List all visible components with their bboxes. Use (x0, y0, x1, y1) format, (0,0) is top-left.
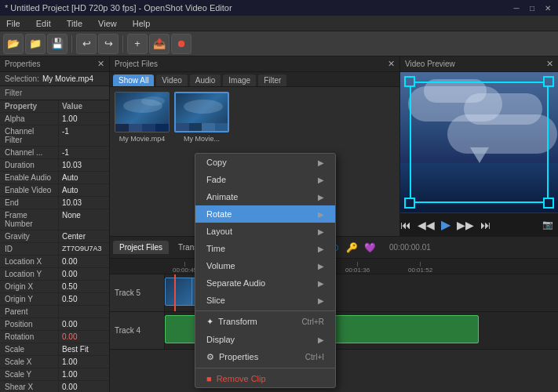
ctx-remove-clip-label: ■Remove Clip (206, 374, 266, 383)
menu-file[interactable]: File (3, 17, 24, 30)
thumb-cloud-2 (141, 96, 165, 106)
prop-name-frame-number: Frame Number (0, 209, 59, 230)
prop-val-enable-video: Auto (59, 184, 109, 196)
ctx-properties-shortcut: Ctrl+I (305, 353, 324, 361)
menu-help[interactable]: Help (129, 17, 154, 30)
ctx-animate[interactable]: Animate ▶ (195, 188, 335, 205)
ctx-time[interactable]: Time ▶ (195, 240, 335, 257)
thumb-stripe-1 (115, 124, 169, 132)
context-menu: Copy ▶ Fade ▶ Animate ▶ Rotate ▶ Layout … (195, 153, 336, 388)
thumb-cloud-3 (184, 100, 223, 114)
ctx-properties[interactable]: ⚙Properties Ctrl+I (195, 348, 335, 366)
snapshot-button[interactable]: 📷 (542, 220, 553, 230)
prop-row-frame-number: Frame Number None (0, 209, 109, 230)
ctx-display[interactable]: Display ▶ (195, 331, 335, 348)
prop-name-position: Position (0, 318, 59, 330)
project-files-header: Project Files ✕ (110, 56, 399, 72)
ctx-time-label: Time (206, 244, 225, 253)
prop-val-shear-x: 0.00 (59, 381, 109, 392)
undo-button[interactable]: ↩ (76, 34, 97, 54)
menu-view[interactable]: View (95, 17, 120, 30)
ctx-separate-audio[interactable]: Separate Audio ▶ (195, 274, 335, 292)
maximize-button[interactable]: □ (527, 2, 538, 13)
prop-row-location-y: Location Y 0.00 (0, 268, 109, 281)
prop-name-shear-x: Shear X (0, 381, 59, 392)
water-layer (400, 163, 558, 212)
ctx-transform[interactable]: ✦Transform Ctrl+R (195, 313, 335, 331)
ctx-remove-clip[interactable]: ■Remove Clip (195, 370, 335, 387)
remove-icon: ■ (206, 374, 212, 383)
project-files-title: Project Files (115, 60, 158, 68)
redo-button[interactable]: ↪ (98, 34, 119, 54)
prop-row-position: Position 0.00 (0, 318, 109, 331)
ctx-copy-arrow: ▶ (318, 158, 324, 167)
stripe-5 (176, 123, 189, 131)
selection-row: Selection: My Movie.mp4 (0, 72, 109, 86)
save-button[interactable]: 💾 (47, 34, 67, 54)
ctx-copy[interactable]: Copy ▶ (195, 154, 335, 171)
tl-btn-magenta[interactable]: 💜 (363, 240, 378, 256)
transform-icon: ✦ (206, 317, 213, 326)
ctx-animate-label: Animate (206, 192, 238, 201)
properties-header: Properties ✕ (0, 56, 109, 72)
forward-fast-button[interactable]: ⏭ (480, 219, 491, 231)
ctx-fade[interactable]: Fade ▶ (195, 171, 335, 188)
ctx-animate-arrow: ▶ (318, 193, 324, 201)
forward-button[interactable]: ▶▶ (457, 219, 474, 231)
ctx-separate-audio-arrow: ▶ (318, 279, 324, 288)
prop-row-channel: Channel ... -1 (0, 147, 109, 159)
prop-val-scale-y: 1.00 (59, 368, 109, 380)
ctx-time-arrow: ▶ (318, 245, 324, 253)
file-thumb-2[interactable]: My Movie... (174, 92, 229, 143)
tab-filter[interactable]: Filter (258, 74, 286, 86)
tab-video[interactable]: Video (156, 74, 187, 86)
stripe-4 (155, 124, 169, 132)
play-button[interactable]: ▶ (441, 217, 450, 232)
tab-project-files[interactable]: Project Files (113, 241, 169, 254)
prop-name-scale-y: Scale Y (0, 368, 59, 380)
prop-row-origin-y: Origin Y 0.50 (0, 293, 109, 306)
new-button[interactable]: 📂 (3, 34, 24, 54)
record-button[interactable]: ⏺ (171, 34, 191, 54)
menu-title[interactable]: Title (64, 17, 86, 30)
stripe-8 (215, 123, 228, 131)
import-button[interactable]: 📤 (149, 34, 170, 54)
cyan-corner-bl (404, 198, 415, 209)
close-button[interactable]: ✕ (542, 2, 553, 13)
project-files-close[interactable]: ✕ (388, 59, 395, 69)
rewind-button[interactable]: ◀◀ (418, 219, 435, 231)
ctx-rotate[interactable]: Rotate ▶ (195, 205, 335, 223)
ctx-layout[interactable]: Layout ▶ (195, 223, 335, 240)
playhead (174, 274, 176, 311)
video-preview-close[interactable]: ✕ (546, 59, 553, 69)
ctx-slice[interactable]: Slice ▶ (195, 292, 335, 309)
properties-table: Property Value Alpha 1.00 Channel Filter… (0, 100, 109, 392)
properties-close[interactable]: ✕ (97, 59, 104, 69)
menu-edit[interactable]: Edit (33, 17, 54, 30)
open-button[interactable]: 📁 (25, 34, 46, 54)
track-label-5: Track 5 (110, 274, 165, 311)
file-thumb-1[interactable]: My Movie.mp4 (115, 92, 170, 143)
toolbar-sep-2 (122, 35, 123, 53)
cyan-corner-tl (404, 76, 415, 87)
add-button[interactable]: + (127, 34, 148, 54)
prop-name-channel-filter: Channel Filter (0, 125, 59, 146)
prop-val-duration: 10.03 (59, 159, 109, 171)
ctx-volume[interactable]: Volume ▶ (195, 257, 335, 274)
prop-val-channel: -1 (59, 147, 109, 158)
ctx-rotate-label: Rotate (206, 209, 232, 219)
thumb-img-1 (115, 92, 170, 132)
clip-thumb-5 (166, 278, 192, 305)
prop-name-enable-audio: Enable Audio (0, 172, 59, 183)
minimize-button[interactable]: ─ (511, 2, 522, 13)
prop-name-rotation: Rotation (0, 331, 59, 343)
tab-image[interactable]: Image (223, 74, 256, 86)
prop-val-end: 10.03 (59, 197, 109, 209)
prop-val-location-x: 0.00 (59, 256, 109, 267)
tab-audio[interactable]: Audio (190, 74, 221, 86)
tl-btn-yellow[interactable]: 🔑 (345, 240, 360, 256)
prop-row-rotation: Rotation 0.00 (0, 331, 109, 343)
rewind-fast-button[interactable]: ⏮ (400, 219, 411, 231)
stripe-2 (129, 124, 142, 132)
tab-show-all[interactable]: Show All (113, 74, 154, 86)
